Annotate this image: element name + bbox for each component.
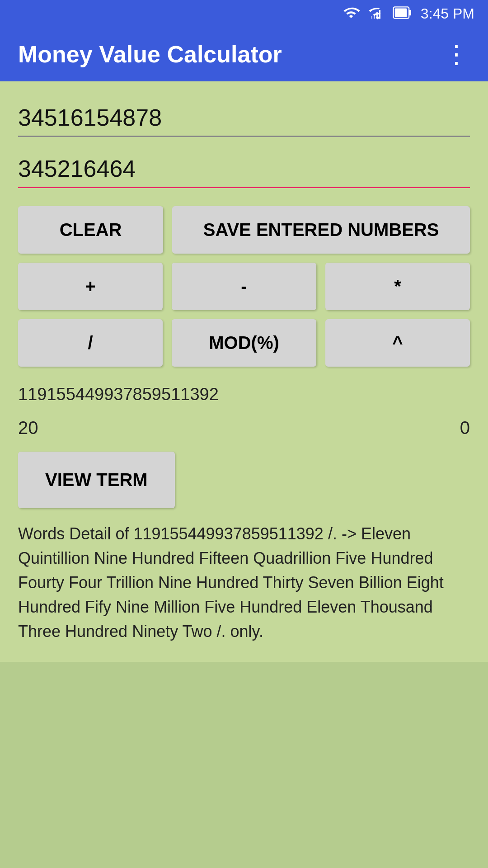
result-number: 119155449937859511392 bbox=[18, 385, 470, 404]
first-input[interactable] bbox=[18, 99, 470, 137]
first-input-container bbox=[18, 99, 470, 137]
words-detail: Words Detail of 119155449937859511392 /.… bbox=[18, 522, 470, 644]
battery-icon bbox=[393, 5, 413, 23]
subtract-button[interactable]: - bbox=[172, 263, 316, 310]
save-button[interactable]: SAVE ENTERED NUMBERS bbox=[172, 206, 470, 254]
result-digits-1: 20 bbox=[18, 418, 38, 438]
multiply-button[interactable]: * bbox=[325, 263, 470, 310]
result-section: 119155449937859511392 20 0 VIEW TERM Wor… bbox=[18, 385, 470, 644]
svg-rect-6 bbox=[395, 9, 407, 17]
result-row: 20 0 bbox=[18, 418, 470, 438]
more-options-button[interactable]: ⋮ bbox=[444, 42, 470, 67]
view-term-button[interactable]: VIEW TERM bbox=[18, 452, 175, 508]
add-button[interactable]: + bbox=[18, 263, 163, 310]
second-input[interactable] bbox=[18, 151, 470, 188]
power-button[interactable]: ^ bbox=[325, 319, 470, 367]
signal-icon bbox=[368, 5, 385, 23]
app-bar: Money Value Calculator ⋮ bbox=[0, 27, 488, 81]
svg-rect-5 bbox=[409, 10, 411, 16]
svg-rect-1 bbox=[374, 14, 375, 19]
clear-button[interactable]: CLEAR bbox=[18, 206, 163, 254]
status-bar: 3:45 PM bbox=[0, 0, 488, 27]
wifi-icon bbox=[342, 5, 360, 23]
result-digits-2: 0 bbox=[460, 418, 470, 438]
svg-rect-0 bbox=[371, 16, 372, 19]
second-input-container bbox=[18, 151, 470, 188]
divide-button[interactable]: / bbox=[18, 319, 163, 367]
svg-rect-3 bbox=[379, 10, 380, 19]
status-icons: 3:45 PM bbox=[342, 5, 474, 23]
main-content: CLEAR SAVE ENTERED NUMBERS + - * / MOD(%… bbox=[0, 81, 488, 662]
status-time: 3:45 PM bbox=[421, 5, 474, 22]
app-title: Money Value Calculator bbox=[18, 41, 282, 68]
mod-button[interactable]: MOD(%) bbox=[172, 319, 316, 367]
button-row-3: / MOD(%) ^ bbox=[18, 319, 470, 367]
button-row-1: CLEAR SAVE ENTERED NUMBERS bbox=[18, 206, 470, 254]
button-grid: CLEAR SAVE ENTERED NUMBERS + - * / MOD(%… bbox=[18, 206, 470, 367]
svg-rect-2 bbox=[376, 12, 378, 19]
button-row-2: + - * bbox=[18, 263, 470, 310]
